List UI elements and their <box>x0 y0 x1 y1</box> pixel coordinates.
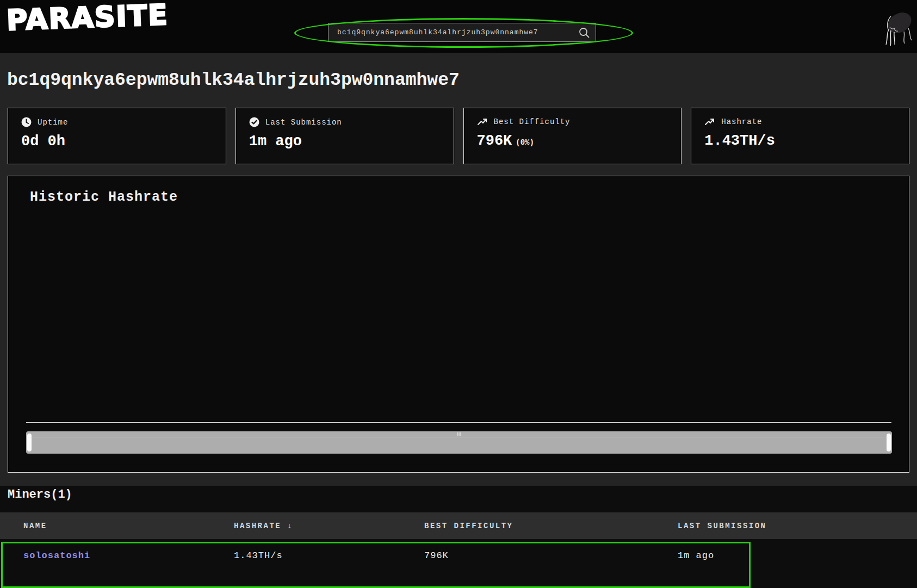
stat-sub: (0%) <box>516 138 534 147</box>
miner-hashrate: 1.43TH/s <box>234 550 424 561</box>
chart-range-scrollbar[interactable] <box>26 431 892 454</box>
historic-hashrate-panel: Historic Hashrate <box>8 176 909 473</box>
range-handle-right[interactable] <box>887 434 891 451</box>
miners-heading: Miners(1) <box>8 488 72 502</box>
column-header-name[interactable]: NAME <box>0 522 234 530</box>
stat-card-hashrate: Hashrate 1.43TH/s <box>691 108 909 164</box>
search-box[interactable] <box>328 23 596 42</box>
parasite-logo[interactable]: PARASITE <box>6 0 169 36</box>
stat-label: Uptime <box>38 118 68 127</box>
parasite-bug-icon <box>879 9 913 52</box>
chart-x-axis <box>26 422 891 423</box>
wallet-address-title: bc1q9qnkya6epwm8uhlk34alhrjzuh3pw0nnamhw… <box>7 70 460 90</box>
chart-title: Historic Hashrate <box>30 189 178 205</box>
stat-label: Hashrate <box>721 117 762 126</box>
stat-card-best-difficulty: Best Difficulty 796K (0%) <box>463 108 682 164</box>
stat-label: Last Submission <box>265 118 342 127</box>
miner-name-link[interactable]: solosatoshi <box>23 550 90 561</box>
clock-icon <box>21 117 32 127</box>
stat-card-last-submission: Last Submission 1m ago <box>236 108 454 164</box>
range-grip[interactable] <box>457 432 461 436</box>
stat-label: Best Difficulty <box>494 117 571 126</box>
stat-value: 0d 0h <box>21 133 65 150</box>
trending-up-icon <box>477 117 488 127</box>
check-circle-icon <box>249 117 259 127</box>
main-content: bc1q9qnkya6epwm8uhlk34alhrjzuh3pw0nnamhw… <box>0 53 917 588</box>
trending-up-icon <box>704 117 715 127</box>
column-header-best-difficulty[interactable]: BEST DIFFICULTY <box>424 522 678 530</box>
stat-value: 1m ago <box>249 133 302 150</box>
column-header-last-submission[interactable]: LAST SUBMISSION <box>678 522 917 530</box>
miner-last-submission: 1m ago <box>678 550 917 561</box>
miners-section: Miners(1) NAME HASHRATE ↓ BEST DIFFICULT… <box>0 486 917 588</box>
stat-value: 796K <box>477 133 512 149</box>
top-bar: PARASITE <box>0 0 917 53</box>
search-icon[interactable] <box>578 27 590 39</box>
stat-value: 1.43TH/s <box>704 133 775 149</box>
miners-table-header: NAME HASHRATE ↓ BEST DIFFICULTY LAST SUB… <box>0 512 917 539</box>
table-row: solosatoshi 1.43TH/s 796K 1m ago <box>0 539 917 588</box>
column-header-hashrate[interactable]: HASHRATE ↓ <box>234 522 424 530</box>
stat-cards: Uptime 0d 0h Last Submission 1m ago <box>8 108 909 164</box>
search-input[interactable] <box>337 28 578 36</box>
range-handle-left[interactable] <box>27 434 32 451</box>
stat-card-uptime: Uptime 0d 0h <box>8 108 226 164</box>
miner-best-difficulty: 796K <box>424 550 678 561</box>
